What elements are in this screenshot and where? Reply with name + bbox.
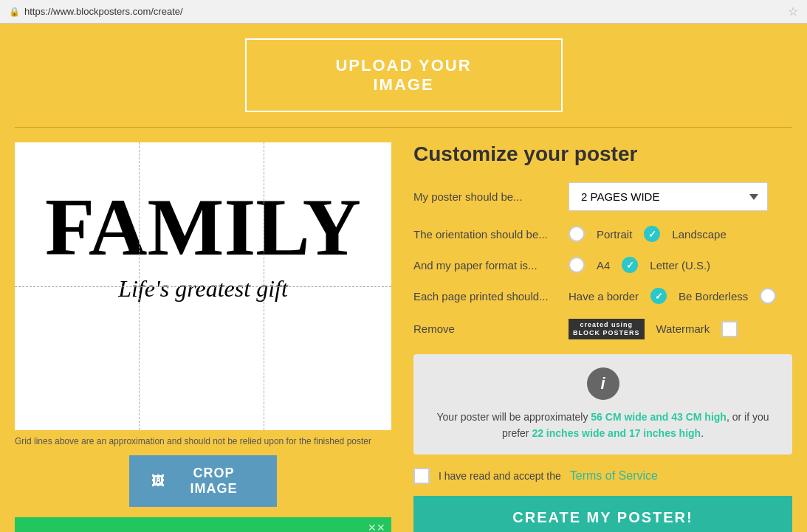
terms-text-prefix: I have read and accept the <box>439 470 561 482</box>
create-poster-button[interactable]: CREATE MY POSTER! <box>413 496 792 532</box>
info-text-suffix: . <box>701 427 704 439</box>
image-preview-section: FAMILY Life's greatest gift Grid lines a… <box>15 142 391 532</box>
crop-icon: 🖼 <box>151 474 165 489</box>
main-area: FAMILY Life's greatest gift Grid lines a… <box>15 142 792 532</box>
watermark-row: Remove created using BLOCK POSTERS Water… <box>413 319 792 339</box>
have-border-radio[interactable] <box>650 288 667 304</box>
paper-options: A4 Letter (U.S.) <box>569 257 710 273</box>
watermark-line1: created using <box>580 321 633 329</box>
ad-close-icons[interactable]: ✕✕ <box>368 522 385 532</box>
info-text: Your poster will be approximately 56 CM … <box>428 409 777 442</box>
paper-letter-radio[interactable] <box>622 257 638 273</box>
lock-icon: 🔒 <box>9 7 20 17</box>
info-icon: i <box>587 367 619 400</box>
orientation-options: Portrait Landscape <box>569 226 727 242</box>
image-subtitle-text: Life's greatest gift <box>15 275 391 303</box>
customize-title: Customize your poster <box>413 142 792 166</box>
browser-url: https://www.blockposters.com/create/ <box>24 6 788 17</box>
watermark-label2: Watermark <box>656 322 710 335</box>
section-divider <box>15 127 792 128</box>
paper-format-row: And my paper format is... A4 Letter (U.S… <box>413 257 792 273</box>
border-options: Have a border Be Borderless <box>569 288 776 304</box>
orientation-landscape-label: Landscape <box>672 228 726 241</box>
orientation-landscape-radio[interactable] <box>644 226 660 242</box>
be-borderless-radio[interactable] <box>760 288 776 304</box>
paper-a4-radio[interactable] <box>569 257 585 273</box>
image-main-text: FAMILY <box>15 142 391 268</box>
customize-section: Customize your poster My poster should b… <box>413 142 792 532</box>
orientation-portrait-label: Portrait <box>597 228 632 241</box>
remove-watermark-label: Remove <box>413 322 561 335</box>
have-border-label: Have a border <box>569 290 639 303</box>
grid-line-horizontal-1 <box>15 286 391 287</box>
info-box: i Your poster will be approximately 56 C… <box>413 354 792 455</box>
upload-section: UPLOAD YOUR IMAGE <box>15 38 792 112</box>
terms-link[interactable]: Terms of Service <box>570 469 658 483</box>
page-content: UPLOAD YOUR IMAGE FAMILY Life's greatest… <box>0 24 807 532</box>
crop-button[interactable]: 🖼 CROP IMAGE <box>129 455 277 507</box>
orientation-label: The orientation should be... <box>413 228 561 241</box>
ad-banner: ↺ Make it yours for ✕✕ <box>15 517 391 532</box>
grid-note: Grid lines above are an approximation an… <box>15 436 391 446</box>
info-highlight-2: 22 inches wide and 17 inches high <box>532 427 701 439</box>
upload-button[interactable]: UPLOAD YOUR IMAGE <box>245 38 563 112</box>
poster-size-row: My poster should be... 1 PAGE WIDE2 PAGE… <box>413 182 792 211</box>
orientation-row: The orientation should be... Portrait La… <box>413 226 792 242</box>
terms-row: I have read and accept the Terms of Serv… <box>413 468 792 484</box>
image-preview-box: FAMILY Life's greatest gift <box>15 142 391 430</box>
border-label: Each page printed should... <box>413 290 561 303</box>
terms-checkbox[interactable] <box>413 468 430 484</box>
watermark-options: created using BLOCK POSTERS Watermark <box>569 319 738 339</box>
watermark-image: created using BLOCK POSTERS <box>569 319 645 339</box>
crop-button-label: CROP IMAGE <box>173 466 255 497</box>
border-row: Each page printed should... Have a borde… <box>413 288 792 304</box>
watermark-checkbox[interactable] <box>721 321 738 337</box>
paper-a4-label: A4 <box>597 259 610 272</box>
bookmark-icon[interactable]: ☆ <box>788 4 798 18</box>
watermark-line2: BLOCK POSTERS <box>573 329 640 337</box>
info-highlight-1: 56 CM wide and 43 CM high <box>591 411 727 423</box>
poster-size-label: My poster should be... <box>413 190 561 203</box>
ad-text: Make it yours for <box>41 528 194 533</box>
paper-format-label: And my paper format is... <box>413 259 561 272</box>
info-text-prefix: Your poster will be approximately <box>437 411 591 423</box>
browser-bar: 🔒 https://www.blockposters.com/create/ ☆ <box>0 0 807 24</box>
paper-letter-label: Letter (U.S.) <box>650 259 710 272</box>
poster-size-select[interactable]: 1 PAGE WIDE2 PAGES WIDE3 PAGES WIDE4 PAG… <box>569 182 768 211</box>
orientation-portrait-radio[interactable] <box>569 226 585 242</box>
be-borderless-label: Be Borderless <box>679 290 748 303</box>
